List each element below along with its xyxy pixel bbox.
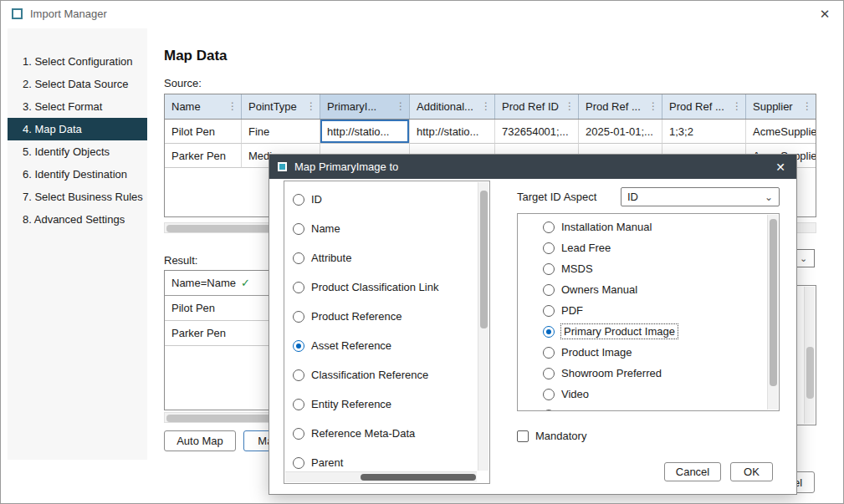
horizontal-scrollbar[interactable]: [285, 471, 477, 482]
option-lead-free[interactable]: Lead Free: [518, 237, 779, 258]
sidebar-item-select-business-rules[interactable]: 7. Select Business Rules: [8, 186, 147, 208]
table-row: Pilot Pen Fine http://statio... http://s…: [165, 120, 816, 144]
dialog-ok-button[interactable]: OK: [730, 462, 773, 481]
sort-icon[interactable]: ⋮: [481, 94, 491, 119]
import-manager-window: Import Manager ✕ 1. Select Configuration…: [0, 0, 844, 504]
table-cell[interactable]: 1;3;2: [662, 120, 746, 144]
column-header-pointtype[interactable]: PointType⋮: [242, 94, 320, 119]
sidebar-item-advanced-settings[interactable]: 8. Advanced Settings: [8, 208, 147, 231]
sidebar-item-label: 8. Advanced Settings: [23, 213, 125, 226]
option-water-sense[interactable]: Water Sense: [518, 405, 779, 411]
auto-map-button[interactable]: Auto Map: [164, 430, 236, 451]
radio-icon-selected: [293, 340, 304, 352]
option-classification-reference[interactable]: Classification Reference: [284, 360, 489, 389]
radio-icon: [543, 263, 555, 275]
sort-icon[interactable]: ⋮: [565, 94, 575, 119]
sidebar-item-select-data-source[interactable]: 2. Select Data Source: [8, 73, 147, 95]
sidebar-item-identify-objects[interactable]: 5. Identify Objects: [8, 140, 147, 163]
option-label: Product Classification Link: [311, 281, 438, 293]
column-header-supplier[interactable]: Supplier⋮: [746, 94, 816, 119]
radio-icon: [293, 428, 304, 440]
option-video[interactable]: Video: [518, 384, 779, 405]
option-reference-meta-data[interactable]: Reference Meta-Data: [284, 419, 489, 448]
aspect-option-list: Installation Manual Lead Free MSDS Owner…: [517, 213, 780, 411]
sort-icon[interactable]: ⋮: [648, 94, 658, 119]
radio-icon: [293, 457, 304, 469]
option-product-classification-link[interactable]: Product Classification Link: [284, 272, 489, 302]
table-cell[interactable]: AcmeSupplier: [746, 120, 816, 144]
scrollbar-thumb[interactable]: [480, 191, 488, 328]
table-cell[interactable]: 2025-01-01;...: [579, 120, 662, 144]
radio-icon: [293, 369, 304, 381]
dialog-icon: [278, 162, 287, 171]
sidebar-item-select-configuration[interactable]: 1. Select Configuration: [8, 50, 147, 73]
sort-icon[interactable]: ⋮: [802, 94, 812, 119]
mandatory-checkbox-row[interactable]: Mandatory: [517, 430, 586, 442]
option-id[interactable]: ID: [284, 185, 489, 214]
column-header-name[interactable]: Name⋮: [165, 94, 242, 119]
mandatory-label: Mandatory: [535, 430, 586, 442]
focused-option-label: Primary Product Image: [561, 324, 678, 339]
app-icon: [12, 8, 23, 19]
option-installation-manual[interactable]: Installation Manual: [518, 216, 779, 237]
window-close-button[interactable]: ✕: [806, 1, 843, 28]
steps-sidebar: 1. Select Configuration 2. Select Data S…: [8, 28, 147, 460]
column-header-primaryimage[interactable]: PrimaryI...⋮: [320, 94, 410, 119]
scrollbar-thumb[interactable]: [806, 347, 814, 399]
radio-icon: [543, 242, 555, 254]
table-cell[interactable]: Parker Pen: [165, 144, 242, 168]
option-owners-manual[interactable]: Owners Manual: [518, 279, 779, 300]
option-entity-reference[interactable]: Entity Reference: [284, 389, 489, 419]
table-cell-selected[interactable]: http://statio...: [320, 120, 410, 144]
radio-icon: [293, 311, 304, 323]
column-header-prod-ref-2[interactable]: Prod Ref ...⋮: [579, 94, 662, 119]
vertical-scrollbar[interactable]: [478, 182, 488, 471]
option-label: Lead Free: [561, 242, 611, 254]
option-product-reference[interactable]: Product Reference: [284, 302, 489, 331]
option-pdf[interactable]: PDF: [518, 300, 779, 321]
sort-icon[interactable]: ⋮: [228, 94, 238, 119]
option-showroom-preferred[interactable]: Showroom Preferred: [518, 363, 779, 384]
vertical-scrollbar[interactable]: [804, 287, 815, 424]
option-msds[interactable]: MSDS: [518, 258, 779, 279]
table-cell[interactable]: Pilot Pen: [165, 296, 270, 321]
table-cell[interactable]: Fine: [242, 120, 320, 144]
scrollbar-thumb[interactable]: [770, 219, 777, 386]
checkbox-icon[interactable]: [517, 430, 529, 442]
option-attribute[interactable]: Attribute: [284, 243, 489, 272]
column-header-prod-ref-id[interactable]: Prod Ref ID⋮: [495, 94, 579, 119]
table-cell[interactable]: 732654001;...: [495, 120, 579, 144]
sidebar-item-map-data[interactable]: 4. Map Data: [8, 118, 147, 140]
table-cell[interactable]: Pilot Pen: [165, 120, 242, 144]
option-product-image[interactable]: Product Image: [518, 342, 779, 363]
option-name[interactable]: Name: [284, 214, 489, 243]
sort-icon[interactable]: ⋮: [396, 94, 406, 119]
column-header-prod-ref-3[interactable]: Prod Ref ...⋮: [662, 94, 746, 119]
sort-icon[interactable]: ⋮: [732, 94, 742, 119]
column-header-additionalimages[interactable]: Additional...⋮: [410, 94, 495, 119]
option-asset-reference[interactable]: Asset Reference: [284, 331, 489, 360]
scrollbar-thumb[interactable]: [361, 474, 476, 481]
radio-icon: [293, 223, 304, 235]
source-table-header-row: Name⋮ PointType⋮ PrimaryI...⋮ Additional…: [165, 94, 816, 120]
vertical-scrollbar[interactable]: [767, 215, 778, 410]
sort-icon[interactable]: ⋮: [306, 94, 316, 119]
option-label: PDF: [561, 304, 583, 317]
option-label: Product Reference: [311, 310, 402, 323]
target-id-aspect-dropdown[interactable]: ID ⌄: [621, 187, 780, 206]
dialog-close-button[interactable]: ✕: [765, 155, 796, 179]
sidebar-item-select-format[interactable]: 3. Select Format: [8, 95, 147, 118]
option-label: Asset Reference: [311, 339, 391, 352]
radio-icon: [543, 347, 555, 359]
table-cell[interactable]: Parker Pen: [165, 321, 270, 346]
option-primary-product-image[interactable]: Primary Product Image: [518, 321, 779, 342]
option-label: Installation Manual: [561, 221, 652, 233]
radio-icon: [543, 284, 555, 296]
result-column-header[interactable]: Name=Name✓: [165, 271, 270, 296]
sidebar-item-identify-destination[interactable]: 6. Identify Destination: [8, 163, 147, 186]
radio-icon: [543, 389, 555, 400]
window-title: Import Manager: [30, 1, 107, 28]
table-cell[interactable]: http://statio...: [410, 120, 495, 144]
dialog-cancel-button[interactable]: Cancel: [664, 462, 721, 481]
sidebar-item-label: 5. Identify Objects: [23, 145, 110, 158]
